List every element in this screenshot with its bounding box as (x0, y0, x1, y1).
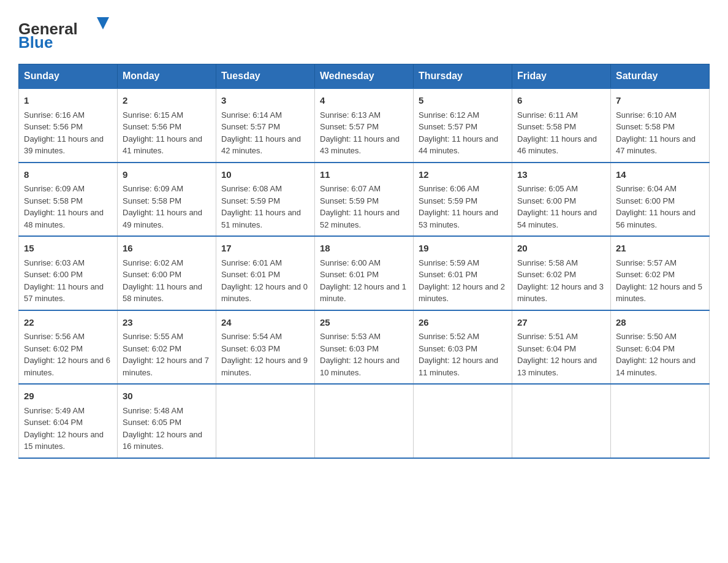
day-number: 24 (221, 316, 309, 330)
calendar-table: SundayMondayTuesdayWednesdayThursdayFrid… (18, 64, 710, 459)
day-number: 21 (616, 242, 704, 256)
day-cell: 20 Sunrise: 5:58 AMSunset: 6:02 PMDaylig… (512, 236, 611, 310)
day-info: Sunrise: 6:06 AMSunset: 5:59 PMDaylight:… (419, 184, 498, 229)
day-info: Sunrise: 5:49 AMSunset: 6:04 PMDaylight:… (24, 406, 104, 451)
day-number: 30 (123, 389, 211, 404)
day-info: Sunrise: 5:57 AMSunset: 6:02 PMDaylight:… (616, 258, 702, 304)
day-cell: 26 Sunrise: 5:52 AMSunset: 6:03 PMDaylig… (414, 310, 512, 385)
day-cell (216, 384, 315, 458)
day-info: Sunrise: 5:52 AMSunset: 6:03 PMDaylight:… (419, 332, 498, 377)
day-number: 7 (616, 94, 704, 108)
day-number: 25 (320, 316, 408, 330)
day-cell: 2 Sunrise: 6:15 AMSunset: 5:56 PMDayligh… (118, 88, 216, 163)
day-cell: 1 Sunrise: 6:16 AMSunset: 5:56 PMDayligh… (19, 88, 118, 163)
day-number: 17 (221, 242, 309, 256)
day-cell: 29 Sunrise: 5:49 AMSunset: 6:04 PMDaylig… (19, 384, 118, 458)
week-row-4: 22 Sunrise: 5:56 AMSunset: 6:02 PMDaylig… (19, 310, 710, 385)
day-info: Sunrise: 6:03 AMSunset: 6:00 PMDaylight:… (24, 258, 104, 304)
logo: General Blue (18, 12, 123, 52)
day-cell: 12 Sunrise: 6:06 AMSunset: 5:59 PMDaylig… (414, 163, 512, 237)
logo-text: General Blue (18, 12, 123, 52)
page-header: General Blue (18, 12, 710, 52)
day-cell: 14 Sunrise: 6:04 AMSunset: 6:00 PMDaylig… (611, 163, 710, 237)
day-info: Sunrise: 6:15 AMSunset: 5:56 PMDaylight:… (123, 110, 202, 156)
day-info: Sunrise: 6:01 AMSunset: 6:01 PMDaylight:… (221, 258, 308, 304)
day-number: 3 (221, 94, 309, 108)
day-number: 26 (419, 316, 507, 330)
day-info: Sunrise: 6:04 AMSunset: 6:00 PMDaylight:… (616, 184, 696, 229)
day-info: Sunrise: 5:56 AMSunset: 6:02 PMDaylight:… (24, 332, 110, 377)
day-number: 20 (517, 242, 605, 256)
day-cell: 15 Sunrise: 6:03 AMSunset: 6:00 PMDaylig… (19, 236, 118, 310)
day-info: Sunrise: 6:13 AMSunset: 5:57 PMDaylight:… (320, 110, 400, 156)
week-row-3: 15 Sunrise: 6:03 AMSunset: 6:00 PMDaylig… (19, 236, 710, 310)
day-number: 15 (24, 242, 112, 256)
day-info: Sunrise: 6:05 AMSunset: 6:00 PMDaylight:… (517, 184, 597, 229)
day-number: 5 (419, 94, 507, 108)
day-info: Sunrise: 6:09 AMSunset: 5:58 PMDaylight:… (24, 184, 104, 229)
day-cell: 10 Sunrise: 6:08 AMSunset: 5:59 PMDaylig… (216, 163, 315, 237)
day-number: 19 (419, 242, 507, 256)
day-number: 6 (517, 94, 605, 108)
day-info: Sunrise: 6:12 AMSunset: 5:57 PMDaylight:… (419, 110, 498, 156)
day-cell: 6 Sunrise: 6:11 AMSunset: 5:58 PMDayligh… (512, 88, 611, 163)
day-cell: 9 Sunrise: 6:09 AMSunset: 5:58 PMDayligh… (118, 163, 216, 237)
day-cell: 27 Sunrise: 5:51 AMSunset: 6:04 PMDaylig… (512, 310, 611, 385)
day-info: Sunrise: 5:50 AMSunset: 6:04 PMDaylight:… (616, 332, 696, 377)
day-number: 9 (123, 168, 211, 182)
day-info: Sunrise: 6:11 AMSunset: 5:58 PMDaylight:… (517, 110, 597, 156)
day-info: Sunrise: 5:53 AMSunset: 6:03 PMDaylight:… (320, 332, 400, 377)
day-number: 23 (123, 316, 211, 330)
day-info: Sunrise: 5:59 AMSunset: 6:01 PMDaylight:… (419, 258, 505, 304)
day-number: 14 (616, 168, 704, 182)
day-info: Sunrise: 5:51 AMSunset: 6:04 PMDaylight:… (517, 332, 597, 377)
day-cell (414, 384, 512, 458)
day-info: Sunrise: 6:14 AMSunset: 5:57 PMDaylight:… (221, 110, 301, 156)
day-cell: 30 Sunrise: 5:48 AMSunset: 6:05 PMDaylig… (118, 384, 216, 458)
day-cell: 13 Sunrise: 6:05 AMSunset: 6:00 PMDaylig… (512, 163, 611, 237)
day-number: 2 (123, 94, 211, 108)
week-row-5: 29 Sunrise: 5:49 AMSunset: 6:04 PMDaylig… (19, 384, 710, 458)
day-number: 12 (419, 168, 507, 182)
day-info: Sunrise: 5:55 AMSunset: 6:02 PMDaylight:… (123, 332, 209, 377)
day-header-saturday: Saturday (611, 64, 710, 89)
day-cell: 28 Sunrise: 5:50 AMSunset: 6:04 PMDaylig… (611, 310, 710, 385)
day-header-wednesday: Wednesday (315, 64, 414, 89)
day-info: Sunrise: 6:00 AMSunset: 6:01 PMDaylight:… (320, 258, 406, 304)
day-number: 22 (24, 316, 112, 330)
day-header-friday: Friday (512, 64, 611, 89)
day-info: Sunrise: 6:09 AMSunset: 5:58 PMDaylight:… (123, 184, 202, 229)
day-cell (611, 384, 710, 458)
day-number: 1 (24, 94, 112, 108)
day-number: 16 (123, 242, 211, 256)
day-cell: 22 Sunrise: 5:56 AMSunset: 6:02 PMDaylig… (19, 310, 118, 385)
day-cell: 24 Sunrise: 5:54 AMSunset: 6:03 PMDaylig… (216, 310, 315, 385)
day-header-monday: Monday (118, 64, 216, 89)
day-cell: 23 Sunrise: 5:55 AMSunset: 6:02 PMDaylig… (118, 310, 216, 385)
day-number: 4 (320, 94, 408, 108)
day-number: 10 (221, 168, 309, 182)
week-row-2: 8 Sunrise: 6:09 AMSunset: 5:58 PMDayligh… (19, 163, 710, 237)
day-cell: 25 Sunrise: 5:53 AMSunset: 6:03 PMDaylig… (315, 310, 414, 385)
day-number: 29 (24, 389, 112, 404)
week-row-1: 1 Sunrise: 6:16 AMSunset: 5:56 PMDayligh… (19, 88, 710, 163)
day-number: 18 (320, 242, 408, 256)
day-header-tuesday: Tuesday (216, 64, 315, 89)
day-number: 27 (517, 316, 605, 330)
day-info: Sunrise: 6:10 AMSunset: 5:58 PMDaylight:… (616, 110, 696, 156)
day-header-sunday: Sunday (19, 64, 118, 89)
day-cell (315, 384, 414, 458)
svg-text:Blue: Blue (18, 33, 53, 49)
day-cell: 3 Sunrise: 6:14 AMSunset: 5:57 PMDayligh… (216, 88, 315, 163)
day-cell: 5 Sunrise: 6:12 AMSunset: 5:57 PMDayligh… (414, 88, 512, 163)
day-info: Sunrise: 6:07 AMSunset: 5:59 PMDaylight:… (320, 184, 400, 229)
day-number: 13 (517, 168, 605, 182)
day-info: Sunrise: 6:02 AMSunset: 6:00 PMDaylight:… (123, 258, 202, 304)
day-header-row: SundayMondayTuesdayWednesdayThursdayFrid… (19, 64, 710, 89)
day-number: 28 (616, 316, 704, 330)
day-info: Sunrise: 6:16 AMSunset: 5:56 PMDaylight:… (24, 110, 104, 156)
day-number: 11 (320, 168, 408, 182)
day-info: Sunrise: 6:08 AMSunset: 5:59 PMDaylight:… (221, 184, 301, 229)
day-header-thursday: Thursday (414, 64, 512, 89)
day-number: 8 (24, 168, 112, 182)
